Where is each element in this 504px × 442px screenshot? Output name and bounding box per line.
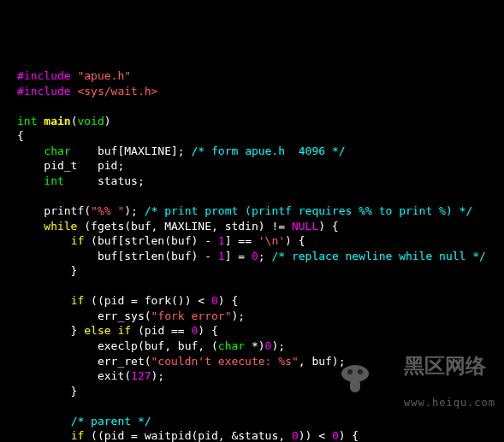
type: char [218, 339, 245, 352]
svg-point-1 [347, 369, 353, 374]
string: "apue.h" [77, 69, 131, 82]
type: char [44, 144, 70, 157]
number: 0 [292, 429, 299, 442]
string: <sys/wait.h> [77, 85, 157, 97]
number: 0 [211, 294, 218, 307]
keyword: if [71, 429, 85, 442]
number: 0 [252, 250, 258, 262]
number: 127 [131, 369, 151, 382]
type: int [44, 174, 63, 187]
comment: /* form apue.h 4096 */ [192, 144, 346, 157]
mushroom-icon [311, 347, 371, 415]
string: "couldn't execute: %s" [151, 355, 299, 368]
func-name: main [44, 115, 70, 127]
const: NULL [292, 220, 318, 233]
preproc: #include [17, 85, 77, 97]
svg-rect-3 [350, 379, 360, 392]
preproc: #include [17, 69, 77, 82]
watermark-title: 黑区网络 [404, 354, 486, 378]
number: 1 [218, 250, 225, 262]
type: void [77, 115, 104, 127]
keyword: if [71, 234, 85, 247]
string: "fork error" [151, 309, 232, 322]
comment: /* parent */ [71, 415, 151, 427]
number: 0 [332, 429, 339, 442]
keyword: else if [84, 324, 131, 337]
svg-point-2 [358, 369, 363, 374]
comment: /* print promt (printf requires %% to pr… [145, 204, 473, 217]
watermark: 黑区网络 www.heiqu.com [298, 322, 495, 425]
char: '\n' [258, 234, 285, 247]
number: 1 [218, 234, 225, 247]
string: "%% " [91, 204, 124, 217]
keyword: if [71, 294, 85, 307]
keyword: while [44, 220, 77, 233]
type: int [17, 115, 37, 127]
comment: /* replace newline while null */ [271, 250, 485, 262]
watermark-url: www.heiqu.com [404, 397, 495, 409]
